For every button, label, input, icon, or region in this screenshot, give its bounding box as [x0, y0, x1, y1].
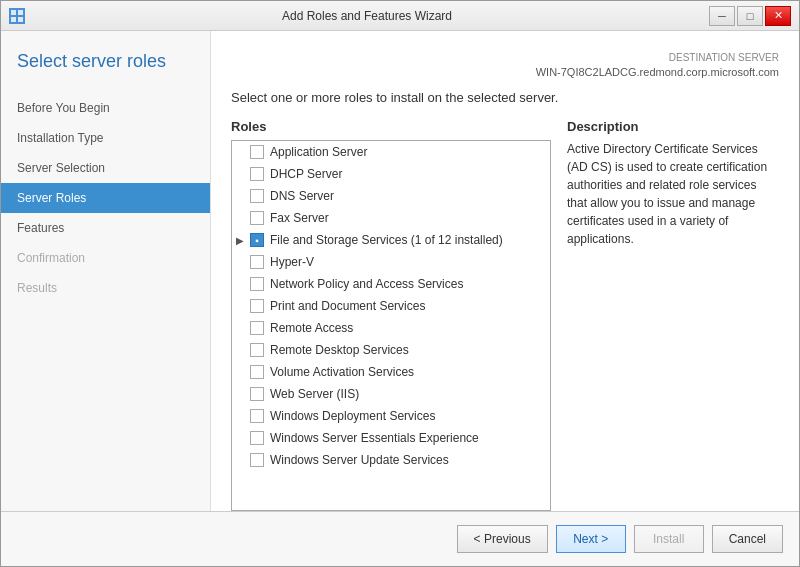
role-label: Volume Activation Services: [270, 365, 414, 379]
roles-column-header: Roles: [231, 119, 551, 134]
role-item[interactable]: Windows Server Essentials Experience: [232, 427, 550, 449]
sidebar: Select server roles Before You Begin Ins…: [1, 31, 211, 511]
role-label: Network Policy and Access Services: [270, 277, 463, 291]
minimize-button[interactable]: ─: [709, 6, 735, 26]
role-label: Windows Server Update Services: [270, 453, 449, 467]
role-label: DNS Server: [270, 189, 334, 203]
role-checkbox[interactable]: [250, 145, 264, 159]
svg-rect-1: [18, 10, 23, 15]
role-item[interactable]: Remote Desktop Services: [232, 339, 550, 361]
sidebar-item-features[interactable]: Features: [1, 213, 210, 243]
description-column: Description Active Directory Certificate…: [567, 119, 779, 511]
svg-rect-2: [11, 17, 16, 22]
role-label: Windows Server Essentials Experience: [270, 431, 479, 445]
role-label: Application Server: [270, 145, 367, 159]
titlebar: Add Roles and Features Wizard ─ □ ✕: [1, 1, 799, 31]
expand-arrow-icon[interactable]: ▶: [236, 235, 250, 246]
instruction-text: Select one or more roles to install on t…: [231, 90, 779, 105]
role-item[interactable]: DNS Server: [232, 185, 550, 207]
role-checkbox[interactable]: [250, 431, 264, 445]
roles-list[interactable]: Application ServerDHCP ServerDNS ServerF…: [232, 141, 550, 510]
role-label: DHCP Server: [270, 167, 342, 181]
role-label: Windows Deployment Services: [270, 409, 435, 423]
destination-server-label: DESTINATION SERVER: [231, 51, 779, 65]
content-area: Select server roles Before You Begin Ins…: [1, 31, 799, 511]
role-label: Fax Server: [270, 211, 329, 225]
role-item[interactable]: Web Server (IIS): [232, 383, 550, 405]
role-item[interactable]: Windows Server Update Services: [232, 449, 550, 471]
role-checkbox[interactable]: [250, 453, 264, 467]
role-item[interactable]: Fax Server: [232, 207, 550, 229]
role-label: Web Server (IIS): [270, 387, 359, 401]
role-checkbox[interactable]: [250, 409, 264, 423]
main-window: Add Roles and Features Wizard ─ □ ✕ Sele…: [0, 0, 800, 567]
svg-rect-0: [11, 10, 16, 15]
sidebar-item-server-roles[interactable]: Server Roles: [1, 183, 210, 213]
role-label: File and Storage Services (1 of 12 insta…: [270, 233, 503, 247]
role-label: Remote Access: [270, 321, 353, 335]
role-item[interactable]: Windows Deployment Services: [232, 405, 550, 427]
description-column-header: Description: [567, 119, 779, 134]
maximize-button[interactable]: □: [737, 6, 763, 26]
role-item[interactable]: Volume Activation Services: [232, 361, 550, 383]
role-item[interactable]: Hyper-V: [232, 251, 550, 273]
close-button[interactable]: ✕: [765, 6, 791, 26]
role-checkbox[interactable]: [250, 299, 264, 313]
role-checkbox[interactable]: [250, 365, 264, 379]
role-label: Remote Desktop Services: [270, 343, 409, 357]
sidebar-item-results: Results: [1, 273, 210, 303]
install-button[interactable]: Install: [634, 525, 704, 553]
role-label: Hyper-V: [270, 255, 314, 269]
role-item[interactable]: Network Policy and Access Services: [232, 273, 550, 295]
sidebar-item-confirmation: Confirmation: [1, 243, 210, 273]
window-icon: [9, 8, 25, 24]
destination-server-value: WIN-7QI8C2LADCG.redmond.corp.microsoft.c…: [536, 66, 779, 78]
roles-list-container: Application ServerDHCP ServerDNS ServerF…: [231, 140, 551, 511]
roles-section: Roles Application ServerDHCP ServerDNS S…: [231, 119, 779, 511]
role-item[interactable]: Remote Access: [232, 317, 550, 339]
role-checkbox[interactable]: [250, 321, 264, 335]
destination-server-info: DESTINATION SERVER WIN-7QI8C2LADCG.redmo…: [231, 51, 779, 80]
role-checkbox[interactable]: [250, 211, 264, 225]
role-item[interactable]: Print and Document Services: [232, 295, 550, 317]
role-checkbox[interactable]: [250, 387, 264, 401]
previous-button[interactable]: < Previous: [457, 525, 548, 553]
sidebar-item-server-selection[interactable]: Server Selection: [1, 153, 210, 183]
cancel-button[interactable]: Cancel: [712, 525, 783, 553]
roles-list-column: Roles Application ServerDHCP ServerDNS S…: [231, 119, 551, 511]
role-checkbox[interactable]: [250, 189, 264, 203]
page-title: Select server roles: [1, 51, 210, 93]
role-checkbox[interactable]: [250, 343, 264, 357]
window-controls: ─ □ ✕: [709, 6, 791, 26]
role-checkbox[interactable]: [250, 167, 264, 181]
role-checkbox[interactable]: [250, 255, 264, 269]
role-checkbox[interactable]: [250, 277, 264, 291]
window-title: Add Roles and Features Wizard: [25, 9, 709, 23]
role-checkbox[interactable]: [250, 233, 264, 247]
role-label: Print and Document Services: [270, 299, 425, 313]
next-button[interactable]: Next >: [556, 525, 626, 553]
main-panel: DESTINATION SERVER WIN-7QI8C2LADCG.redmo…: [211, 31, 799, 511]
svg-rect-3: [18, 17, 23, 22]
role-item[interactable]: Application Server: [232, 141, 550, 163]
role-item[interactable]: DHCP Server: [232, 163, 550, 185]
role-item[interactable]: ▶File and Storage Services (1 of 12 inst…: [232, 229, 550, 251]
description-text: Active Directory Certificate Services (A…: [567, 140, 779, 248]
sidebar-item-installation-type[interactable]: Installation Type: [1, 123, 210, 153]
footer: < Previous Next > Install Cancel: [1, 511, 799, 566]
sidebar-item-before-you-begin[interactable]: Before You Begin: [1, 93, 210, 123]
